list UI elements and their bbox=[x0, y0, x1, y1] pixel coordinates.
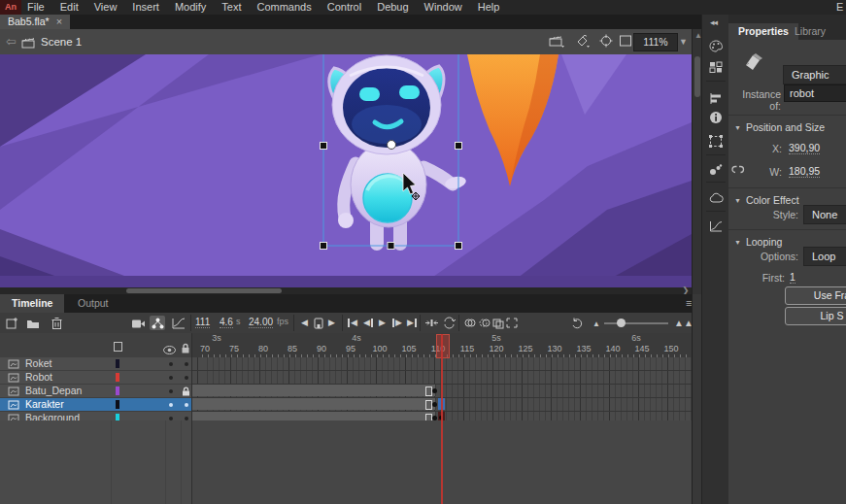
layer-outline-swatch[interactable] bbox=[116, 359, 119, 368]
step-forward-button[interactable]: ▶ bbox=[328, 316, 335, 330]
menu-control[interactable]: Control bbox=[327, 0, 361, 15]
go-to-last-frame-button[interactable]: ▶ bbox=[407, 316, 417, 330]
close-tab-icon[interactable]: × bbox=[56, 15, 62, 29]
timeline-zoom-slider[interactable] bbox=[604, 322, 668, 324]
play-button[interactable]: ▶ bbox=[379, 316, 386, 330]
playhead-line[interactable] bbox=[441, 334, 443, 504]
outline-column-icon[interactable] bbox=[114, 342, 122, 352]
new-folder-button[interactable] bbox=[25, 316, 41, 330]
menu-text[interactable]: Text bbox=[221, 0, 241, 15]
motion-editor-icon[interactable] bbox=[708, 218, 724, 234]
step-back-button[interactable]: ◀ bbox=[301, 316, 308, 330]
layer-outline-swatch[interactable] bbox=[116, 373, 119, 382]
scene-breadcrumb[interactable]: Scene 1 bbox=[41, 29, 82, 54]
layer-outline-swatch[interactable] bbox=[116, 400, 119, 409]
previous-keyframe-button[interactable]: ◀ bbox=[363, 316, 373, 330]
color-palette-icon[interactable] bbox=[708, 38, 724, 53]
edit-symbols-icon[interactable] bbox=[575, 34, 592, 50]
loop-options-dropdown[interactable]: Loop bbox=[803, 247, 846, 266]
hscroll-thumb[interactable] bbox=[126, 288, 282, 293]
menu-modify[interactable]: Modify bbox=[175, 0, 206, 15]
layer-row-roket[interactable]: Roket bbox=[0, 357, 191, 371]
layer-row-robot[interactable]: Robot bbox=[0, 371, 191, 385]
menu-edit[interactable]: Edit bbox=[60, 0, 79, 15]
align-icon[interactable] bbox=[708, 90, 724, 106]
menu-help[interactable]: Help bbox=[478, 0, 500, 15]
menu-file[interactable]: File bbox=[27, 0, 45, 15]
timeline-zoom-in-button[interactable]: ▲▲ bbox=[674, 318, 694, 328]
menu-insert[interactable]: Insert bbox=[132, 0, 159, 15]
current-frame-value[interactable]: 111 bbox=[195, 317, 210, 328]
stage-zoom-input[interactable]: 111% bbox=[633, 33, 678, 51]
menu-debug[interactable]: Debug bbox=[377, 0, 408, 15]
first-frame-value[interactable]: 1 bbox=[790, 271, 795, 284]
layer-visibility-dot[interactable] bbox=[169, 362, 173, 366]
tab-library[interactable]: Library bbox=[785, 23, 835, 40]
x-value[interactable]: 390,90 bbox=[789, 142, 820, 154]
layer-lock-dot[interactable] bbox=[185, 362, 188, 366]
symbol-type-dropdown[interactable]: Graphic bbox=[783, 65, 846, 84]
camera-button[interactable] bbox=[130, 316, 146, 330]
keyframe-dot[interactable] bbox=[432, 388, 437, 393]
onion-skin-button[interactable] bbox=[462, 316, 478, 330]
lip-syncing-button[interactable]: Lip S bbox=[785, 307, 846, 325]
section-looping[interactable]: Looping bbox=[734, 236, 782, 248]
keyframe-dot[interactable] bbox=[432, 402, 437, 407]
creative-cloud-icon[interactable] bbox=[708, 189, 724, 205]
timeline-zoom-handle[interactable] bbox=[617, 319, 626, 327]
menu-view[interactable]: View bbox=[94, 0, 118, 15]
tab-output[interactable]: Output bbox=[66, 294, 120, 313]
layer-visibility-dot[interactable] bbox=[169, 376, 173, 380]
collapse-panels-icon[interactable]: ◂◂ bbox=[710, 17, 717, 27]
stage-canvas[interactable] bbox=[0, 54, 692, 287]
frame-span[interactable] bbox=[192, 385, 436, 396]
layer-locked-icon[interactable] bbox=[182, 386, 190, 398]
layer-visibility-dot[interactable] bbox=[169, 403, 173, 407]
layer-lock-dot[interactable] bbox=[185, 376, 188, 380]
layer-outline-swatch[interactable] bbox=[116, 386, 119, 395]
info-icon[interactable] bbox=[708, 110, 724, 125]
swatches-icon[interactable] bbox=[708, 59, 724, 75]
brush-library-icon[interactable] bbox=[708, 162, 724, 178]
next-keyframe-button[interactable]: ▶ bbox=[392, 316, 402, 330]
modify-markers-button[interactable] bbox=[504, 316, 520, 330]
layer-lock-dot[interactable] bbox=[185, 403, 188, 407]
center-playhead-button[interactable] bbox=[423, 316, 439, 330]
layer-parenting-button[interactable] bbox=[150, 316, 165, 330]
elapsed-time-value[interactable]: 4.6 bbox=[220, 317, 233, 328]
frame-span[interactable] bbox=[192, 398, 436, 410]
layer-depth-button[interactable] bbox=[171, 316, 186, 330]
center-frame-icon[interactable] bbox=[598, 34, 616, 50]
menu-commands[interactable]: Commands bbox=[256, 0, 311, 15]
workspace-button[interactable]: E bbox=[836, 0, 846, 15]
link-width-height-icon[interactable] bbox=[730, 162, 745, 180]
loop-playback-button[interactable] bbox=[441, 316, 457, 330]
vscroll-thumb[interactable] bbox=[694, 56, 700, 97]
layer-visibility-dot[interactable] bbox=[169, 389, 173, 393]
reset-timeline-zoom-button[interactable] bbox=[569, 316, 585, 330]
delete-layer-button[interactable] bbox=[49, 316, 64, 330]
menu-window[interactable]: Window bbox=[424, 0, 462, 15]
playhead-handle[interactable] bbox=[436, 334, 450, 358]
zoom-dropdown-chevron-icon[interactable]: ▼ bbox=[679, 37, 688, 47]
style-dropdown[interactable]: None bbox=[803, 205, 846, 224]
w-value[interactable]: 180,95 bbox=[789, 165, 820, 178]
layer-row-batu-depan[interactable]: Batu_Depan bbox=[0, 385, 191, 398]
visibility-column-icon[interactable] bbox=[163, 341, 176, 358]
transform-icon[interactable] bbox=[708, 133, 724, 149]
lock-column-icon[interactable] bbox=[181, 340, 190, 357]
section-position-and-size[interactable]: Position and Size bbox=[734, 121, 825, 133]
layer-row-karakter[interactable]: Karakter bbox=[0, 398, 191, 412]
use-frame-picker-button[interactable]: Use Fra bbox=[785, 286, 846, 305]
loop-range-button[interactable] bbox=[314, 316, 323, 330]
new-layer-button[interactable] bbox=[4, 316, 19, 330]
stage-horizontal-scrollbar[interactable]: ❯ bbox=[0, 287, 692, 294]
section-color-effect[interactable]: Color Effect bbox=[734, 194, 799, 206]
back-arrow-icon[interactable]: ⇦ bbox=[6, 35, 17, 49]
edit-scene-icon[interactable] bbox=[549, 34, 566, 50]
go-to-first-frame-button[interactable]: ◀ bbox=[348, 316, 357, 330]
timeline-zoom-out-button[interactable]: ▲ bbox=[592, 319, 600, 328]
frame-rate-value[interactable]: 24.00 bbox=[249, 317, 273, 328]
tab-timeline[interactable]: Timeline bbox=[0, 294, 64, 313]
document-tab[interactable]: Bab5.fla* × bbox=[0, 15, 70, 29]
